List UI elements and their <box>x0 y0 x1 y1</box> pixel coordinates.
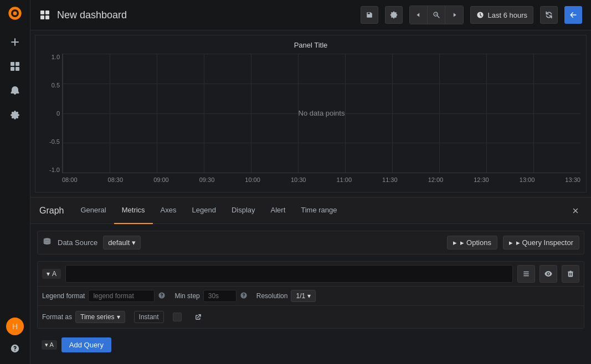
editor-header: Graph General Metrics Axes Legend Displa… <box>30 197 591 224</box>
query-options-row-2: Format as Time series ▾ Instant <box>38 305 584 328</box>
options-button[interactable]: ▸ ▸ Options <box>447 236 497 249</box>
datasource-select[interactable]: default ▾ <box>103 236 141 249</box>
panel-area: Panel Title 1.0 0.5 0 -0.5 -1.0 <box>30 30 591 197</box>
svg-rect-6 <box>16 67 19 71</box>
chart-x-labels: 08:00 08:30 09:00 09:30 10:00 10:30 11:0… <box>62 175 580 186</box>
user-avatar[interactable]: H <box>6 318 24 335</box>
sidebar-config-button[interactable] <box>4 104 26 126</box>
time-range-label: Last 6 hours <box>487 11 527 19</box>
tab-time-range[interactable]: Time range <box>293 197 345 224</box>
add-query-a-label: ▾ A <box>42 340 57 350</box>
dashboard-settings-button[interactable] <box>385 6 403 24</box>
datasource-label: Data Source <box>58 238 97 247</box>
x-label-8: 12:00 <box>428 176 444 185</box>
exit-edit-button[interactable] <box>564 6 582 24</box>
chart-plot: No data points <box>62 54 580 173</box>
query-row-a: ▾ A Legend <box>37 261 584 329</box>
chart-container: Panel Title 1.0 0.5 0 -0.5 -1.0 <box>35 35 587 193</box>
query-delete-button[interactable] <box>562 265 579 283</box>
resolution-arrow-icon: ▾ <box>307 292 311 300</box>
instant-checkbox[interactable] <box>173 313 182 321</box>
x-label-2: 09:00 <box>153 176 169 185</box>
grafana-logo[interactable] <box>6 4 24 22</box>
query-options-row: Legend format Min step R <box>38 286 584 305</box>
tab-general[interactable]: General <box>73 197 114 224</box>
tab-axes[interactable]: Axes <box>153 197 184 224</box>
datasource-value: default <box>108 238 130 247</box>
resolution-label: Resolution <box>256 292 288 300</box>
topbar: New dashboard Last 6 hours <box>30 0 591 30</box>
datasource-row: Data Source default ▾ ▸ ▸ Options ▸ ▸ Qu… <box>37 231 584 254</box>
query-inspector-button[interactable]: ▸ ▸ Query Inspector <box>503 236 579 249</box>
svg-rect-4 <box>16 62 19 66</box>
svg-point-11 <box>44 238 51 241</box>
refresh-button[interactable] <box>540 6 558 24</box>
query-toggle-lines-button[interactable] <box>517 265 535 283</box>
add-query-button[interactable]: Add Query <box>61 337 111 352</box>
svg-point-2 <box>13 12 17 15</box>
svg-rect-8 <box>45 11 49 14</box>
tab-display[interactable]: Display <box>224 197 263 224</box>
x-label-9: 12:30 <box>474 176 489 185</box>
nav-forward-button[interactable] <box>445 6 463 24</box>
y-label-1: 0.5 <box>52 82 60 89</box>
zoom-out-button[interactable] <box>428 6 445 24</box>
query-letter-label: A <box>52 270 56 278</box>
resolution-select[interactable]: 1/1 ▾ <box>291 290 316 302</box>
time-range-picker[interactable]: Last 6 hours <box>470 6 533 24</box>
x-label-1: 08:30 <box>108 176 124 185</box>
format-as-value: Time series <box>80 313 115 321</box>
chart-area: 1.0 0.5 0 -0.5 -1.0 <box>41 54 580 186</box>
main-content: New dashboard Last 6 hours <box>30 0 591 364</box>
chart-y-labels: 1.0 0.5 0 -0.5 -1.0 <box>41 54 62 173</box>
min-step-input[interactable] <box>203 290 237 302</box>
query-inspector-arrow-icon: ▸ <box>509 238 513 247</box>
help-button[interactable] <box>4 337 26 360</box>
x-label-7: 11:30 <box>382 176 398 185</box>
link-series-button[interactable] <box>191 309 206 325</box>
tab-alert[interactable]: Alert <box>263 197 294 224</box>
save-button[interactable] <box>361 6 378 24</box>
resolution-group: Resolution 1/1 ▾ <box>256 290 316 302</box>
resolution-value: 1/1 <box>296 292 305 300</box>
format-as-select[interactable]: Time series ▾ <box>75 311 125 323</box>
query-expression-input[interactable] <box>65 265 513 283</box>
legend-format-input[interactable] <box>88 290 155 302</box>
page-title: New dashboard <box>57 9 127 21</box>
instant-button[interactable]: Instant <box>134 311 164 323</box>
legend-format-group: Legend format <box>42 290 166 302</box>
svg-rect-10 <box>45 15 49 19</box>
x-label-3: 09:30 <box>199 176 215 185</box>
min-step-group: Min step <box>174 290 247 302</box>
x-label-5: 10:30 <box>291 176 306 185</box>
options-arrow-icon: ▸ <box>453 238 457 247</box>
format-as-label: Format as <box>42 313 72 321</box>
sidebar-alert-button[interactable] <box>4 80 26 102</box>
query-visibility-button[interactable] <box>539 265 557 283</box>
nav-back-button[interactable] <box>410 6 428 24</box>
no-data-message: No data points <box>63 54 580 173</box>
add-query-row: ▾ A Add Query <box>37 333 584 357</box>
app-grid-icon[interactable] <box>39 9 50 20</box>
query-row-a-label[interactable]: ▾ A <box>42 269 61 279</box>
editor-section: Graph General Metrics Axes Legend Displa… <box>30 197 591 364</box>
min-step-info-icon[interactable] <box>240 292 248 301</box>
chart-title: Panel Title <box>41 41 580 49</box>
nav-btn-group <box>409 6 464 24</box>
datasource-icon <box>42 237 52 248</box>
legend-format-info-icon[interactable] <box>158 292 166 301</box>
sidebar-dashboard-button[interactable] <box>4 55 26 77</box>
svg-rect-7 <box>40 11 44 14</box>
close-editor-button[interactable] <box>569 204 582 217</box>
y-label-2: 0 <box>56 110 60 117</box>
x-label-4: 10:00 <box>245 176 260 185</box>
query-collapse-arrow-icon: ▾ <box>47 270 50 278</box>
sidebar-add-button[interactable] <box>4 31 26 53</box>
legend-format-label: Legend format <box>42 292 85 300</box>
y-label-0: 1.0 <box>52 54 60 60</box>
y-label-4: -1.0 <box>49 167 60 173</box>
tab-metrics[interactable]: Metrics <box>114 197 153 224</box>
svg-rect-9 <box>40 15 44 19</box>
query-row-a-header: ▾ A <box>38 262 584 286</box>
tab-legend[interactable]: Legend <box>184 197 224 224</box>
